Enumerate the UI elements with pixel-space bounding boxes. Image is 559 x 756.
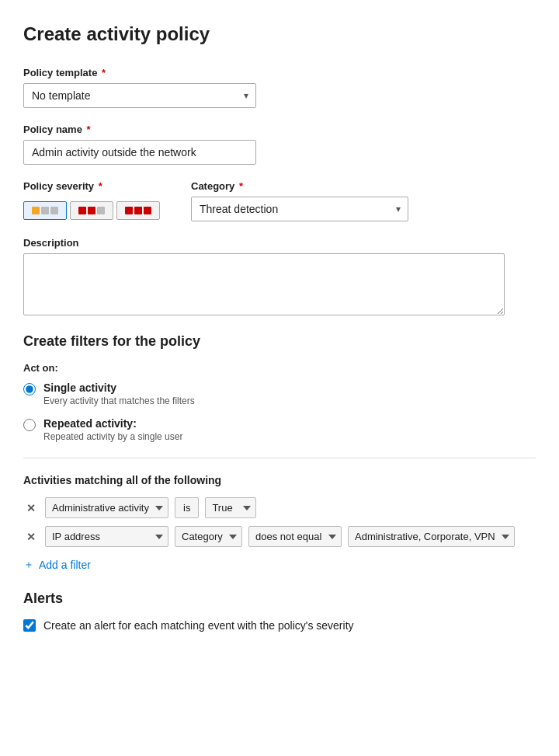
- policy-template-label: Policy template *: [23, 67, 536, 78]
- alert-checkbox-label[interactable]: Create an alert for each matching event …: [43, 619, 354, 632]
- activities-matching-title: Activities matching all of the following: [23, 474, 536, 486]
- category-select[interactable]: Threat detection Access control Complian…: [191, 197, 408, 221]
- severity-dot-2: [41, 207, 49, 214]
- description-group: Description: [23, 237, 536, 318]
- single-activity-radio[interactable]: [23, 383, 36, 395]
- policy-name-label: Policy name *: [23, 124, 536, 135]
- severity-high-button[interactable]: [116, 201, 160, 220]
- filter-row-1: ✕ Administrative activity IP address Use…: [23, 497, 536, 518]
- act-on-label: Act on:: [23, 362, 536, 374]
- alerts-section: Alerts Create an alert for each matching…: [23, 591, 536, 632]
- severity-low-button[interactable]: [23, 201, 67, 220]
- category-group: Category * Threat detection Access contr…: [191, 180, 408, 221]
- policy-name-input[interactable]: [23, 140, 256, 165]
- severity-dot-4: [78, 207, 86, 214]
- severity-label: Policy severity *: [23, 180, 160, 192]
- severity-buttons: [23, 201, 160, 220]
- single-activity-label: Single activity: [43, 381, 195, 394]
- single-activity-option[interactable]: Single activity Every activity that matc…: [23, 381, 536, 406]
- severity-dot-5: [88, 207, 95, 214]
- category-select-wrapper: Threat detection Access control Complian…: [191, 197, 408, 221]
- add-filter-button[interactable]: ＋ Add a filter: [23, 555, 91, 575]
- severity-dot-8: [134, 207, 142, 214]
- filter-2-value-select[interactable]: Administrative, Corporate, VPN Corporate…: [348, 526, 515, 547]
- alert-checkbox[interactable]: [23, 619, 36, 632]
- category-label: Category *: [191, 180, 408, 192]
- filters-title: Create filters for the policy: [23, 333, 536, 350]
- description-textarea[interactable]: [23, 253, 505, 315]
- filter-1-is-label: is: [175, 497, 199, 518]
- filter-2-field2-select[interactable]: Category Range Tag: [175, 526, 242, 547]
- remove-filter-1-button[interactable]: ✕: [23, 501, 39, 515]
- severity-dot-9: [144, 207, 151, 214]
- severity-dot-7: [125, 207, 133, 214]
- filter-1-value-select[interactable]: True False: [205, 497, 256, 518]
- filter-1-field-select[interactable]: Administrative activity IP address User: [45, 497, 168, 518]
- filter-row-2: ✕ IP address Administrative activity Use…: [23, 526, 536, 547]
- severity-medium-button[interactable]: [70, 201, 113, 220]
- alert-checkbox-row: Create an alert for each matching event …: [23, 619, 536, 632]
- severity-dot-6: [97, 207, 105, 214]
- filter-2-operator-select[interactable]: does not equal equals contains: [248, 526, 342, 547]
- severity-group: Policy severity *: [23, 180, 160, 220]
- policy-template-group: Policy template * No template Admin acti…: [23, 67, 536, 108]
- filter-2-field1-select[interactable]: IP address Administrative activity User: [45, 526, 168, 547]
- add-filter-plus-icon: ＋: [23, 558, 34, 572]
- severity-dot-1: [32, 207, 40, 214]
- repeated-activity-label: Repeated activity:: [43, 417, 182, 430]
- repeated-activity-desc: Repeated activity by a single user: [43, 431, 182, 442]
- single-activity-desc: Every activity that matches the filters: [43, 395, 195, 406]
- alerts-title: Alerts: [23, 591, 536, 607]
- remove-filter-2-button[interactable]: ✕: [23, 530, 39, 544]
- add-filter-label: Add a filter: [39, 559, 91, 571]
- repeated-activity-option[interactable]: Repeated activity: Repeated activity by …: [23, 417, 536, 442]
- severity-dot-3: [50, 207, 58, 214]
- description-label: Description: [23, 237, 536, 249]
- policy-template-select-wrapper: No template Admin activity outside the n…: [23, 83, 256, 108]
- page-title: Create activity policy: [23, 23, 536, 45]
- divider: [23, 458, 536, 458]
- severity-category-row: Policy severity * Category *: [23, 180, 536, 221]
- policy-template-select[interactable]: No template Admin activity outside the n…: [23, 83, 256, 108]
- filters-section: Create filters for the policy Act on: Si…: [23, 333, 536, 442]
- repeated-activity-radio[interactable]: [23, 419, 36, 431]
- policy-name-group: Policy name *: [23, 124, 536, 165]
- activities-matching-section: Activities matching all of the following…: [23, 474, 536, 575]
